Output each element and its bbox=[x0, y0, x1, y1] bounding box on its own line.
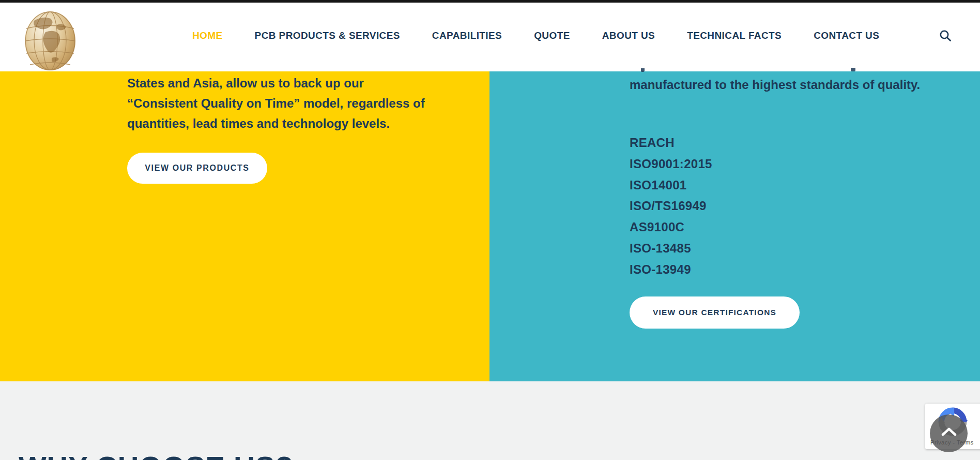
why-choose-us-section: WHY CHOOSE US? bbox=[0, 381, 980, 460]
why-choose-us-heading: WHY CHOOSE US? bbox=[19, 450, 294, 460]
scroll-to-top-button[interactable] bbox=[930, 414, 968, 452]
page: HOME PCB PRODUCTS & SERVICES CAPABILITIE… bbox=[0, 0, 980, 460]
certifications-panel: manufactured to the highest standards of… bbox=[489, 71, 980, 381]
clipped-descender-artifact bbox=[641, 68, 645, 72]
products-paragraph: States and Asia, allow us to back up our… bbox=[127, 73, 458, 133]
chevron-up-icon bbox=[941, 427, 957, 437]
certification-item: ISO-13485 bbox=[630, 238, 712, 259]
globe-grid-icon bbox=[25, 11, 75, 70]
products-text-line: “Consistent Quality on Time” model, rega… bbox=[127, 93, 458, 113]
certification-item: ISO9001:2015 bbox=[630, 154, 712, 175]
view-products-button[interactable]: VIEW OUR PRODUCTS bbox=[127, 153, 267, 184]
certification-item: ISO-13949 bbox=[630, 259, 712, 280]
certifications-intro-line: manufactured to the highest standards of… bbox=[630, 75, 960, 95]
products-text-line: States and Asia, allow us to back up our bbox=[127, 73, 458, 93]
certification-item: AS9100C bbox=[630, 217, 712, 238]
products-text-line: quantities, lead times and technology le… bbox=[127, 113, 458, 133]
products-panel: States and Asia, allow us to back up our… bbox=[0, 71, 489, 381]
site-header: HOME PCB PRODUCTS & SERVICES CAPABILITIE… bbox=[0, 3, 980, 71]
nav-item-capabilities[interactable]: CAPABILITIES bbox=[432, 30, 502, 41]
main-nav: HOME PCB PRODUCTS & SERVICES CAPABILITIE… bbox=[192, 26, 879, 46]
clipped-descender-artifact bbox=[851, 68, 855, 71]
search-icon[interactable] bbox=[939, 29, 952, 42]
nav-item-technical-facts[interactable]: TECHNICAL FACTS bbox=[687, 30, 782, 41]
certifications-list: REACH ISO9001:2015 ISO14001 ISO/TS16949 … bbox=[630, 132, 712, 280]
nav-item-about-us[interactable]: ABOUT US bbox=[602, 30, 655, 41]
certification-item: ISO14001 bbox=[630, 175, 712, 196]
certification-item: ISO/TS16949 bbox=[630, 196, 712, 217]
nav-item-contact-us[interactable]: CONTACT US bbox=[814, 30, 879, 41]
nav-item-pcb-products-services[interactable]: PCB PRODUCTS & SERVICES bbox=[255, 30, 400, 41]
view-certifications-button[interactable]: VIEW OUR CERTIFICATIONS bbox=[630, 296, 800, 329]
nav-item-quote[interactable]: QUOTE bbox=[534, 30, 570, 41]
nav-item-home[interactable]: HOME bbox=[192, 30, 223, 41]
certification-item: REACH bbox=[630, 132, 712, 154]
globe-logo[interactable] bbox=[25, 11, 75, 70]
